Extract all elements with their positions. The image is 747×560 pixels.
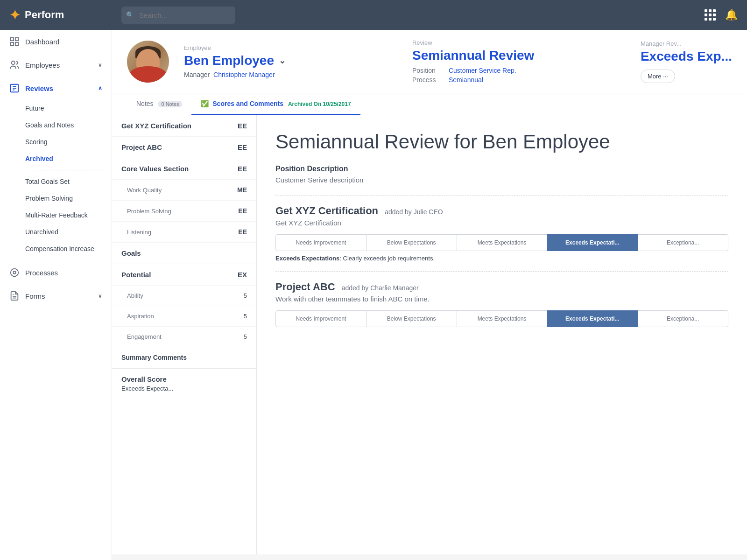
tab-scores-label: Scores and Comments bbox=[212, 100, 283, 107]
rating-needs-improvement-xyz[interactable]: Needs Improvement bbox=[275, 234, 366, 251]
score-row-xyz[interactable]: Get XYZ Certification EE bbox=[112, 115, 256, 137]
sidebar-item-problem-solving[interactable]: Problem Solving bbox=[25, 190, 112, 207]
rating-meets-xyz[interactable]: Meets Expectations bbox=[457, 234, 548, 251]
sidebar-item-reviews[interactable]: Reviews ∧ bbox=[0, 77, 112, 100]
sidebar-item-employees[interactable]: Employees ∨ bbox=[0, 53, 112, 77]
more-button[interactable]: More ··· bbox=[641, 70, 675, 83]
score-label-workquality: Work Quality bbox=[121, 187, 237, 194]
processes-icon bbox=[9, 267, 20, 278]
score-row-listening[interactable]: Listening EE bbox=[112, 222, 256, 243]
score-row-problemsolving[interactable]: Problem Solving EE bbox=[112, 201, 256, 222]
score-value-xyz: EE bbox=[238, 122, 247, 130]
overall-score: Overall Score Exceeds Expecta... bbox=[112, 368, 256, 399]
dashboard-label: Dashboard bbox=[25, 38, 59, 46]
sidebar-item-archived[interactable]: Archived bbox=[25, 150, 112, 167]
sidebar-item-future[interactable]: Future bbox=[25, 100, 112, 117]
svg-rect-0 bbox=[11, 38, 14, 41]
score-row-aspiration[interactable]: Aspiration 5 bbox=[112, 306, 256, 327]
svg-point-10 bbox=[13, 271, 16, 274]
sidebar-item-scoring[interactable]: Scoring bbox=[25, 133, 112, 150]
review-details: Position Customer Service Rep. Process S… bbox=[412, 67, 626, 84]
tab-notes-label: Notes bbox=[136, 100, 154, 107]
rating-exceeds-xyz[interactable]: Exceeds Expectati... bbox=[547, 234, 638, 251]
score-value-ability: 5 bbox=[244, 292, 247, 299]
score-value-workquality: ME bbox=[237, 186, 247, 194]
svg-rect-3 bbox=[15, 42, 18, 45]
grid-icon[interactable] bbox=[705, 9, 716, 21]
review-title: Semiannual Review bbox=[412, 48, 626, 63]
score-row-potential[interactable]: Potential EX bbox=[112, 264, 256, 286]
employees-label: Employees bbox=[25, 61, 60, 69]
manager-link[interactable]: Christopher Manager bbox=[213, 71, 275, 78]
rating-exceptional-abc[interactable]: Exceptiona... bbox=[638, 310, 728, 327]
score-row-workquality[interactable]: Work Quality ME bbox=[112, 180, 256, 201]
sidebar-item-comp-increase[interactable]: Compensation Increase bbox=[25, 240, 112, 257]
score-row-engagement[interactable]: Engagement 5 bbox=[112, 327, 256, 347]
score-row-ability[interactable]: Ability 5 bbox=[112, 286, 256, 306]
score-label-core: Core Values Section bbox=[121, 165, 238, 173]
content-area: Get XYZ Certification EE Project ABC EE … bbox=[112, 115, 747, 554]
rating-meets-abc[interactable]: Meets Expectations bbox=[457, 310, 548, 327]
score-label-potential: Potential bbox=[121, 271, 238, 279]
rating-exceptional-xyz[interactable]: Exceptiona... bbox=[638, 234, 728, 251]
score-value-core: EE bbox=[238, 165, 247, 173]
score-label-problemsolving: Problem Solving bbox=[121, 208, 238, 215]
svg-rect-1 bbox=[15, 38, 18, 41]
rating-needs-improvement-abc[interactable]: Needs Improvement bbox=[275, 310, 366, 327]
sidebar-item-unarchived[interactable]: Unarchived bbox=[25, 224, 112, 240]
review-process-row: Process Semiannual bbox=[412, 76, 626, 84]
process-value[interactable]: Semiannual bbox=[449, 76, 483, 84]
review-info: Review Semiannual Review Position Custom… bbox=[412, 39, 626, 84]
svg-rect-2 bbox=[11, 42, 14, 45]
reviews-label: Reviews bbox=[25, 84, 53, 92]
employee-info: Employee Ben Employee ⌄ Manager Christop… bbox=[184, 44, 397, 78]
review-label: Review bbox=[412, 39, 626, 46]
process-label: Process bbox=[412, 76, 445, 84]
position-value[interactable]: Customer Service Rep. bbox=[449, 67, 516, 74]
sidebar-item-multi-rater[interactable]: Multi-Rater Feedback bbox=[25, 207, 112, 224]
notification-icon[interactable]: 🔔 bbox=[725, 9, 738, 21]
position-label: Position bbox=[412, 67, 445, 74]
sidebar-divider bbox=[35, 170, 102, 170]
score-label-ability: Ability bbox=[121, 292, 244, 299]
score-row-abc[interactable]: Project ABC EE bbox=[112, 137, 256, 158]
tabs-bar: Notes 0 Notes ✅ Scores and Comments Arch… bbox=[112, 93, 747, 115]
sidebar-item-processes[interactable]: Processes bbox=[0, 261, 112, 284]
review-main-title: Semiannual Review for Ben Employee bbox=[275, 130, 728, 154]
scores-panel: Get XYZ Certification EE Project ABC EE … bbox=[112, 115, 257, 554]
rating-below-xyz[interactable]: Below Expectations bbox=[366, 234, 457, 251]
rating-below-abc[interactable]: Below Expectations bbox=[366, 310, 457, 327]
divider-1 bbox=[275, 195, 728, 196]
score-label-aspiration: Aspiration bbox=[121, 313, 244, 320]
svg-point-4 bbox=[12, 61, 15, 64]
forms-label: Forms bbox=[25, 292, 45, 300]
tab-notes[interactable]: Notes 0 Notes bbox=[127, 93, 191, 115]
reviews-icon bbox=[9, 83, 20, 93]
employee-name-row: Ben Employee ⌄ bbox=[184, 53, 397, 68]
reviews-arrow: ∧ bbox=[98, 85, 102, 91]
logo-icon: ✦ bbox=[9, 7, 20, 23]
employee-name-chevron[interactable]: ⌄ bbox=[279, 56, 286, 66]
sidebar-item-goals-notes[interactable]: Goals and Notes bbox=[25, 117, 112, 133]
score-label-listening: Listening bbox=[121, 229, 238, 236]
score-value-problemsolving: EE bbox=[238, 207, 247, 215]
rating-bar-abc: Needs Improvement Below Expectations Mee… bbox=[275, 310, 728, 327]
reviews-submenu: Future Goals and Notes Scoring Archived … bbox=[0, 100, 112, 257]
forms-icon bbox=[9, 291, 20, 301]
overall-score-label: Overall Score bbox=[121, 375, 247, 383]
rating-exceeds-abc[interactable]: Exceeds Expectati... bbox=[547, 310, 638, 327]
sidebar-item-total-goals[interactable]: Total Goals Set bbox=[25, 173, 112, 190]
forms-arrow: ∨ bbox=[98, 293, 102, 299]
tab-scores[interactable]: ✅ Scores and Comments Archived On 10/25/… bbox=[191, 93, 360, 115]
score-label-xyz: Get XYZ Certification bbox=[121, 122, 238, 130]
sidebar-item-dashboard[interactable]: Dashboard bbox=[0, 30, 112, 53]
search-input[interactable] bbox=[121, 7, 235, 24]
processes-label: Processes bbox=[25, 269, 58, 277]
avatar bbox=[127, 41, 169, 83]
manager-review-value: Exceeds Exp... bbox=[641, 49, 732, 64]
review-panel: Semiannual Review for Ben Employee Posit… bbox=[257, 115, 747, 554]
divider-2 bbox=[275, 271, 728, 272]
sidebar-item-forms[interactable]: Forms ∨ bbox=[0, 284, 112, 308]
score-row-core[interactable]: Core Values Section EE bbox=[112, 158, 256, 180]
search-wrapper bbox=[121, 7, 317, 24]
